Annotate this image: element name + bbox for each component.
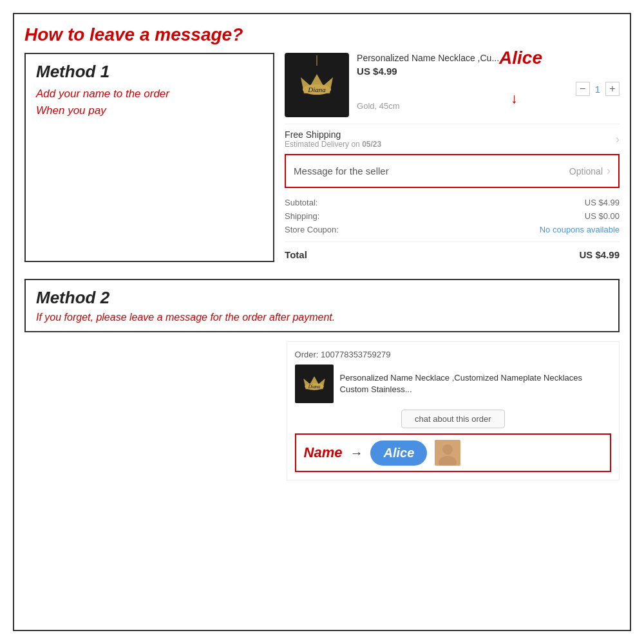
order-card: Order: 100778353759279 Diana Personalize… — [287, 341, 620, 480]
shipping-row[interactable]: Free Shipping Estimated Delivery on 05/2… — [285, 124, 620, 154]
alice-annotation: Alice — [499, 48, 542, 68]
summary-divider — [285, 242, 620, 242]
product-info: Personalized Name Necklace ,Cu... US $4.… — [357, 53, 620, 116]
main-container: How to leave a message? Method 1 Add you… — [13, 13, 631, 631]
qty-value: 1 — [595, 84, 600, 95]
alice-bubble: Alice — [370, 440, 427, 466]
qty-increase-btn[interactable]: + — [605, 82, 620, 96]
method2-desc: If you forget, please leave a message fo… — [36, 312, 608, 323]
page-heading: How to leave a message? — [24, 24, 620, 45]
summary-coupon-row: Store Coupon: No coupons available — [285, 223, 620, 236]
method1-box: Method 1 Add your name to the order When… — [24, 53, 274, 262]
necklace-chain — [317, 55, 317, 66]
svg-text:Diana: Diana — [307, 86, 326, 93]
message-seller-label: Message for the seller — [294, 166, 389, 176]
quantity-row: − 1 + — [357, 82, 620, 96]
order-product-img: Diana — [295, 365, 334, 403]
order-number: Order: 100778353759279 — [295, 350, 611, 359]
method1-desc: Add your name to the order When you pay — [36, 86, 263, 118]
product-image: Diana — [285, 53, 349, 117]
svg-text:Diana: Diana — [307, 384, 320, 390]
section-gap — [24, 272, 620, 279]
name-alice-row: Name → Alice — [295, 433, 611, 472]
arrow-down-icon: ↓ — [511, 90, 518, 107]
shipping-label: Free Shipping — [285, 129, 381, 140]
shipping-chevron-icon: › — [616, 133, 620, 146]
coupon-link[interactable]: No coupons available — [540, 225, 620, 234]
shipping-sub: Estimated Delivery on 05/23 — [285, 140, 381, 149]
order-product-svg: Diana — [301, 372, 327, 396]
product-variant: Gold, 45cm — [357, 101, 620, 111]
product-area: Alice Diana Personalized Name Necklace ,… — [285, 53, 620, 262]
user-avatar — [435, 440, 460, 466]
order-product-title: Personalized Name Necklace ,Customized N… — [340, 372, 611, 395]
summary-subtotal-row: Subtotal: US $4.99 — [285, 196, 620, 209]
product-card: Diana Personalized Name Necklace ,Cu... … — [285, 53, 620, 117]
order-product-row: Diana Personalized Name Necklace ,Custom… — [295, 365, 611, 403]
message-chevron-icon: › — [607, 164, 611, 178]
product-title: Personalized Name Necklace ,Cu... — [357, 53, 620, 63]
message-seller-box[interactable]: Message for the seller Optional › — [285, 154, 620, 188]
summary-total-row: Total US $4.99 — [285, 247, 620, 262]
name-label: Name — [304, 444, 343, 461]
name-arrow-icon: → — [350, 446, 363, 460]
order-summary: Subtotal: US $4.99 Shipping: US $0.00 St… — [285, 196, 620, 262]
qty-decrease-btn[interactable]: − — [576, 82, 590, 96]
message-optional-label: Optional — [569, 166, 603, 176]
method2-title: Method 2 — [36, 288, 608, 308]
product-image-svg: Diana — [298, 68, 336, 103]
method2-box: Method 2 If you forget, please leave a m… — [24, 279, 620, 332]
method1-title: Method 1 — [36, 62, 263, 82]
svg-point-5 — [442, 444, 453, 455]
summary-shipping-row: Shipping: US $0.00 — [285, 209, 620, 223]
avatar-image — [435, 440, 460, 466]
product-price: US $4.99 — [357, 66, 620, 77]
chat-order-button[interactable]: chat about this order — [401, 410, 505, 428]
